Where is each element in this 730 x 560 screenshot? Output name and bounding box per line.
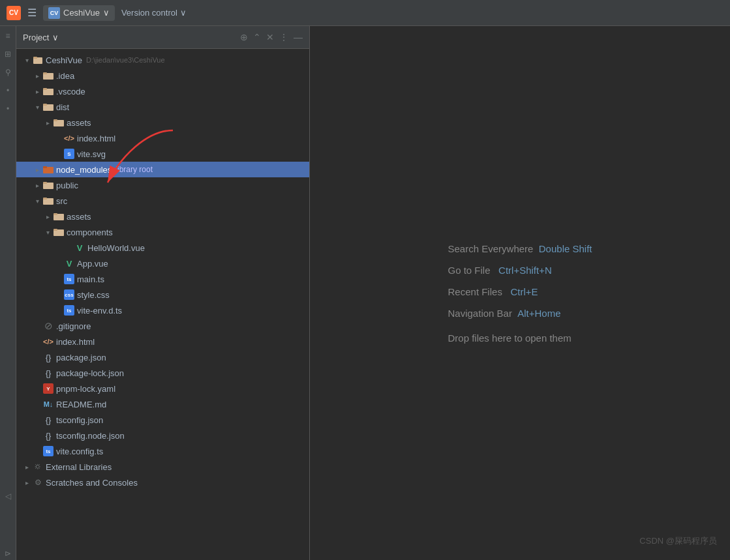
tree-item-index-html[interactable]: </> index.html xyxy=(16,334,309,349)
folder-icon-node-modules xyxy=(42,164,54,175)
folder-icon-public xyxy=(42,179,54,191)
item-label-assets-dist: assets xyxy=(67,118,91,128)
md-icon-readme: M↓ xyxy=(42,398,54,410)
tree-item-app-vue[interactable]: V App.vue xyxy=(16,256,309,271)
ts-icon-vite-config: ts xyxy=(42,445,54,457)
chevron-src xyxy=(32,196,42,206)
tree-item-vite-config-ts[interactable]: ts vite.config.ts xyxy=(16,443,309,459)
json-icon-tsconfig-node: {} xyxy=(42,430,54,441)
minimize-button[interactable]: — xyxy=(294,32,303,42)
tree-item-components[interactable]: components xyxy=(16,224,309,240)
root-folder-icon xyxy=(32,54,44,66)
item-label-package-lock-json: package-lock.json xyxy=(56,368,124,378)
panel-title[interactable]: Project ∨ xyxy=(23,33,59,42)
json-icon-tsconfig: {} xyxy=(42,414,54,426)
item-label-index-html: index.html xyxy=(56,337,95,347)
tree-item-index-html-dist[interactable]: </> index.html xyxy=(16,130,309,146)
chevron-external-libraries xyxy=(22,462,32,472)
hamburger-menu[interactable]: ☰ xyxy=(27,7,37,19)
svg-rect-1 xyxy=(33,57,37,59)
tree-item-external-libraries[interactable]: ⛭ External Libraries xyxy=(16,459,309,475)
tree-item-tsconfig-json[interactable]: {} tsconfig.json xyxy=(16,412,309,428)
left-icon-2[interactable]: ⊞ xyxy=(1,48,14,61)
json-icon-package-lock: {} xyxy=(42,367,54,379)
svg-rect-7 xyxy=(43,104,47,106)
version-control-menu[interactable]: Version control ∨ xyxy=(121,8,187,18)
chevron-idea xyxy=(32,70,42,81)
shortcut-recent-files: Recent Files Ctrl+E xyxy=(448,281,592,302)
tree-item-main-ts[interactable]: ts main.ts xyxy=(16,271,309,287)
svg-rect-3 xyxy=(43,72,47,74)
svg-rect-9 xyxy=(53,119,57,121)
chevron-dist xyxy=(32,102,42,112)
tree-item-vite-svg[interactable]: S vite.svg xyxy=(16,146,309,162)
tree-item-helloworld[interactable]: V HelloWorld.vue xyxy=(16,240,309,256)
file-tree: CeshiVue D:\jiedan\vue3\CeshiVue .idea .… xyxy=(16,49,309,560)
left-icon-5[interactable]: • xyxy=(1,102,14,115)
close-button[interactable]: ✕ xyxy=(266,32,274,42)
tree-item-vscode[interactable]: .vscode xyxy=(16,83,309,99)
left-icon-1[interactable]: ≡ xyxy=(1,29,14,42)
panel-actions: ⊕ ⌃ ✕ ⋮ — xyxy=(240,32,303,42)
tree-item-vite-env[interactable]: ts vite-env.d.ts xyxy=(16,302,309,318)
item-label-vite-env: vite-env.d.ts xyxy=(77,306,122,316)
item-label-index-html-dist: index.html xyxy=(77,134,115,143)
item-label-dist: dist xyxy=(56,102,69,112)
tree-item-assets-dist[interactable]: assets xyxy=(16,115,309,130)
tree-item-readme[interactable]: M↓ README.md xyxy=(16,396,309,412)
left-icon-4[interactable]: • xyxy=(1,84,14,97)
chevron-assets-dist xyxy=(42,117,53,128)
shortcuts-panel: Search Everywhere Double Shift Go to Fil… xyxy=(448,238,592,349)
tree-item-package-json[interactable]: {} package.json xyxy=(16,349,309,365)
tree-item-tsconfig-node-json[interactable]: {} tsconfig.node.json xyxy=(16,428,309,443)
item-label-style-css: style.css xyxy=(77,290,110,300)
tree-item-pnpm-lock-yaml[interactable]: Y pnpm-lock.yaml xyxy=(16,381,309,396)
yaml-icon-pnpm: Y xyxy=(42,383,54,394)
svg-rect-5 xyxy=(43,88,47,90)
folder-icon-vscode xyxy=(42,85,54,97)
project-selector[interactable]: CV CeshiVue ∨ xyxy=(43,5,115,21)
library-root-badge: library root xyxy=(115,165,153,174)
titlebar: CV ☰ CV CeshiVue ∨ Version control ∨ xyxy=(0,0,730,26)
item-label-vite-config-ts: vite.config.ts xyxy=(56,447,103,456)
left-icon-7[interactable]: ⊳ xyxy=(1,547,14,560)
tree-item-package-lock-json[interactable]: {} package-lock.json xyxy=(16,365,309,381)
project-name: CeshiVue xyxy=(63,8,100,18)
left-icon-3[interactable]: ⚲ xyxy=(1,66,14,79)
tree-item-assets-src[interactable]: assets xyxy=(16,209,309,224)
collapse-button[interactable]: ⌃ xyxy=(253,32,261,42)
main-content: ≡ ⊞ ⚲ • • ◁ ⊳ Project ∨ ⊕ ⌃ ✕ ⋮ — xyxy=(0,26,730,560)
more-button[interactable]: ⋮ xyxy=(279,32,288,42)
folder-icon-components xyxy=(53,226,65,238)
locate-button[interactable]: ⊕ xyxy=(240,32,248,42)
shortcut-goto-file: Go to File Ctrl+Shift+N xyxy=(448,259,592,281)
shortcut-navigation-bar: Navigation Bar Alt+Home xyxy=(448,302,592,324)
tree-item-node-modules[interactable]: node_modules library root xyxy=(16,162,309,177)
tree-item-public[interactable]: public xyxy=(16,177,309,193)
ts-icon-main: ts xyxy=(63,273,75,285)
tree-item-gitignore[interactable]: ⊘ .gitignore xyxy=(16,318,309,334)
drop-files-text: Drop files here to open them xyxy=(448,327,592,349)
shortcut-search-everywhere: Search Everywhere Double Shift xyxy=(448,238,592,259)
left-icon-6[interactable]: ◁ xyxy=(1,490,14,503)
item-label-package-json: package.json xyxy=(56,353,106,362)
tree-item-dist[interactable]: dist xyxy=(16,99,309,115)
tree-item-scratches[interactable]: ⚙ Scratches and Consoles xyxy=(16,475,309,490)
item-label-readme: README.md xyxy=(56,400,106,409)
item-label-external-libraries: External Libraries xyxy=(46,462,112,472)
tree-item-idea[interactable]: .idea xyxy=(16,68,309,83)
folder-icon-idea xyxy=(42,70,54,81)
svg-rect-11 xyxy=(43,166,47,168)
item-label-gitignore: .gitignore xyxy=(56,321,91,331)
item-label-idea: .idea xyxy=(56,71,74,81)
item-label-scratches: Scratches and Consoles xyxy=(46,478,138,488)
folder-icon-assets-dist xyxy=(53,117,65,128)
tree-root[interactable]: CeshiVue D:\jiedan\vue3\CeshiVue xyxy=(16,52,309,68)
chevron-vscode xyxy=(32,86,42,96)
project-panel: Project ∨ ⊕ ⌃ ✕ ⋮ — CeshiVue D:\jiedan\v… xyxy=(16,26,310,560)
chevron-node-modules xyxy=(32,164,42,175)
chevron-public xyxy=(32,180,42,190)
tree-item-style-css[interactable]: css style.css xyxy=(16,287,309,302)
watermark: CSDN @屎码程序员 xyxy=(639,535,717,547)
tree-item-src[interactable]: src xyxy=(16,193,309,209)
